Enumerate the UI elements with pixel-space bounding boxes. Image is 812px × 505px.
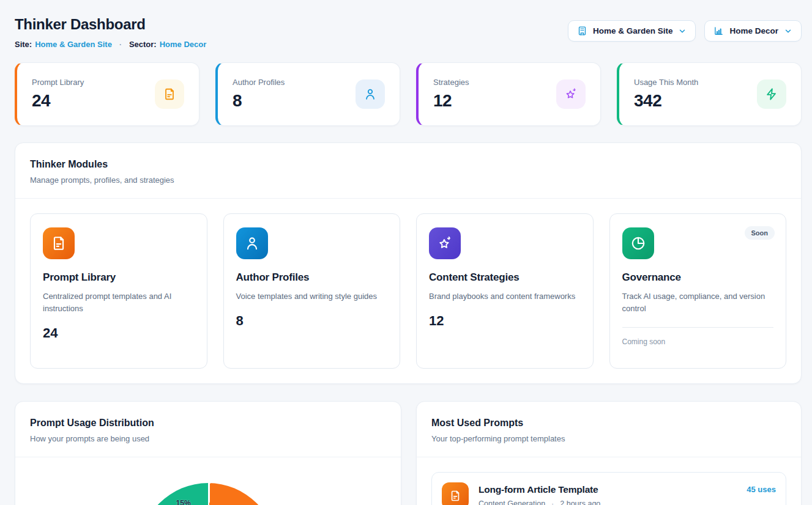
stat-card-usage: Usage This Month 342 [617,62,802,126]
stat-label: Strategies [433,78,469,87]
coming-soon-note: Coming soon [622,337,774,346]
header-controls: Home & Garden Site Home Decor [568,16,802,42]
star-sparkle-icon [556,79,586,109]
prompt-time: 2 hours ago [560,499,600,505]
separator-dot: · [551,499,554,505]
donut-segment-label: 15% [176,499,191,505]
page-title: Thinker Dashboard [15,16,206,33]
stat-card-strategies: Strategies 12 [416,62,601,126]
dashboard-page: Thinker Dashboard Site: Home & Garden Si… [0,0,812,505]
module-card-content-strategies[interactable]: Content Strategies Brand playbooks and c… [416,213,594,369]
module-description: Track AI usage, compliance, and version … [622,290,774,315]
stat-card-prompt-library: Prompt Library 24 [15,62,199,126]
chevron-down-icon [784,27,792,35]
site-label: Site: [15,40,32,49]
prompts-panel-subtitle: Your top-performing prompt templates [431,434,786,443]
module-description: Brand playbooks and content frameworks [429,290,581,303]
thinker-modules-panel: Thinker Modules Manage prompts, profiles… [15,142,802,384]
module-card-prompt-library[interactable]: Prompt Library Centralized prompt templa… [30,213,207,369]
module-description: Centralized prompt templates and AI inst… [43,290,195,315]
sector-link[interactable]: Home Decor [160,40,207,49]
module-title: Prompt Library [43,271,195,284]
stats-row: Prompt Library 24 Author Profiles 8 [15,62,802,126]
stat-value: 342 [634,91,698,111]
prompts-panel-header: Most Used Prompts Your top-performing pr… [417,402,801,457]
document-icon [442,482,469,505]
prompt-uses-badge: 45 uses [747,485,776,494]
prompt-title: Long-form Article Template [479,484,737,495]
chart-panel-title: Prompt Usage Distribution [30,418,386,429]
document-icon [155,79,184,109]
module-count: 8 [236,313,388,329]
modules-panel-title: Thinker Modules [30,159,786,170]
module-title: Content Strategies [429,271,581,284]
module-title: Governance [622,271,774,284]
pie-chart-icon [622,227,654,259]
star-sparkle-icon [429,227,461,259]
site-link[interactable]: Home & Garden Site [35,40,112,49]
module-card-governance[interactable]: Soon Governance Track AI usage, complian… [609,213,787,369]
module-divider [622,327,774,328]
stat-card-author-profiles: Author Profiles 8 [215,62,400,126]
prompt-list-item[interactable]: Long-form Article Template Content Gener… [431,472,786,505]
most-used-prompts-panel: Most Used Prompts Your top-performing pr… [416,401,802,505]
prompt-usage-panel: Prompt Usage Distribution How your promp… [15,401,401,505]
stat-label: Author Profiles [233,78,285,87]
prompt-list: Long-form Article Template Content Gener… [417,457,801,505]
module-title: Author Profiles [236,271,388,284]
module-count: 12 [429,313,581,329]
building-icon [577,26,587,36]
user-icon [236,227,268,259]
sector-dropdown[interactable]: Home Decor [704,20,802,42]
stat-value: 8 [233,91,285,111]
module-card-author-profiles[interactable]: Author Profiles Voice templates and writ… [223,213,401,369]
bar-chart-icon [713,26,724,36]
chart-panel-header: Prompt Usage Distribution How your promp… [15,402,401,457]
document-icon [43,227,75,259]
modules-panel-subtitle: Manage prompts, profiles, and strategies [30,175,786,185]
site-dropdown-label: Home & Garden Site [593,26,673,35]
prompts-panel-title: Most Used Prompts [431,418,786,429]
modules-panel-header: Thinker Modules Manage prompts, profiles… [15,143,801,199]
modules-grid: Prompt Library Centralized prompt templa… [15,199,801,383]
module-description: Voice templates and writing style guides [236,290,388,303]
sector-dropdown-label: Home Decor [729,26,778,35]
chart-body: 15% [15,457,401,505]
site-dropdown[interactable]: Home & Garden Site [568,20,696,42]
stat-value: 12 [433,91,469,111]
chart-panel-subtitle: How your prompts are being used [30,434,386,443]
topbar: Thinker Dashboard Site: Home & Garden Si… [15,16,802,49]
prompt-meta: Content Generation · 2 hours ago [479,499,737,505]
prompt-category: Content Generation [479,499,545,505]
user-icon [356,79,385,109]
stat-label: Usage This Month [634,78,698,87]
chevron-down-icon [678,27,687,35]
zap-icon [757,79,786,109]
separator-dot: · [119,40,122,49]
module-count: 24 [43,325,195,341]
sector-label: Sector: [129,40,157,49]
stat-value: 24 [32,91,84,111]
heading-block: Thinker Dashboard Site: Home & Garden Si… [15,16,206,49]
site-sector-line: Site: Home & Garden Site · Sector: Home … [15,40,206,49]
bottom-row: Prompt Usage Distribution How your promp… [15,401,802,505]
stat-label: Prompt Library [32,78,84,87]
soon-badge: Soon [745,226,775,240]
donut-chart: 15% [140,483,277,505]
donut-ring [140,483,277,505]
